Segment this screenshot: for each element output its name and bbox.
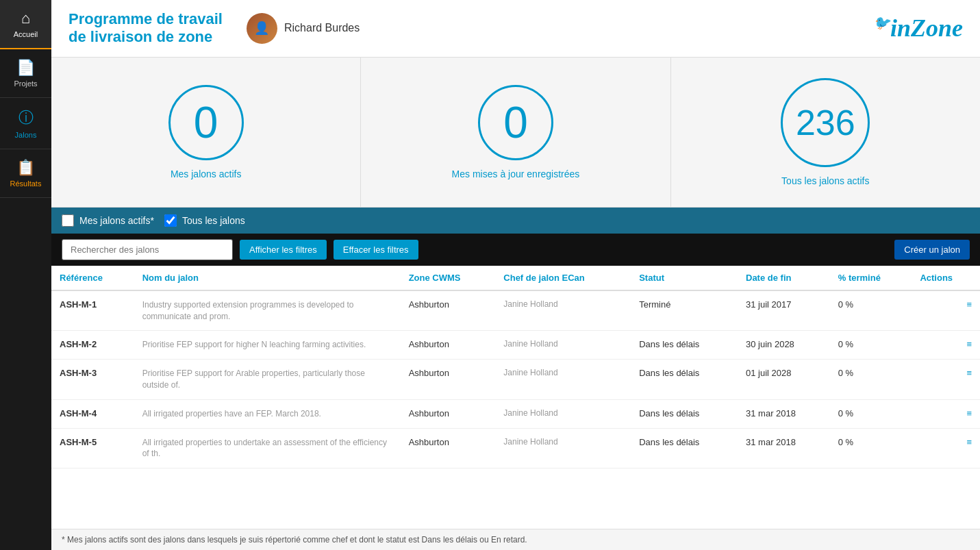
search-row: Afficher les filtres Effacer les filtres… [51,234,980,266]
sidebar-label-accueil: Accueil [14,30,38,38]
cell-zone-1: Ashburton [401,331,496,360]
table-row: ASH-M-4 All irrigated properties have an… [51,399,980,428]
actions-icon-4[interactable]: ≡ [966,437,972,447]
cell-chef-3: Janine Holland [495,399,631,428]
sidebar-item-resultats[interactable]: 📋 Résultats [0,149,51,198]
user-name: Richard Burdes [284,22,360,34]
cell-zone-0: Ashburton [401,290,496,331]
cell-zone-2: Ashburton [401,360,496,400]
cell-date-4: 31 mar 2018 [738,428,830,468]
jalons-table: Référence Nom du jalon Zone CWMS Chef de… [51,266,980,468]
cell-chef-0: Janine Holland [495,290,631,331]
col-nom: Nom du jalon [134,266,401,290]
checkbox-tous-jalons[interactable]: Tous les jalons [164,214,245,227]
cell-actions-3[interactable]: ≡ [912,399,980,428]
sidebar-item-jalons[interactable]: ⓘ Jalons [0,98,51,149]
avatar-image: 👤 [247,13,277,44]
cell-reference-1: ASH-M-2 [51,331,134,360]
sidebar: ⌂ Accueil 📄 Projets ⓘ Jalons 📋 Résultats [0,0,51,550]
stat-number-updates: 0 [478,85,553,160]
cell-chef-1: Janine Holland [495,331,631,360]
cell-pct-3: 0 % [830,399,912,428]
creer-jalon-button[interactable]: Créer un jalon [894,240,970,260]
cell-nom-4: All irrigated properties to undertake an… [134,428,401,468]
actions-icon-1[interactable]: ≡ [966,339,972,349]
cell-nom-1: Prioritise FEP support for higher N leac… [134,331,401,360]
checkbox-mes-jalons[interactable]: Mes jalons actifs* [62,214,154,227]
cell-date-2: 01 juil 2028 [738,360,830,400]
actions-icon-0[interactable]: ≡ [966,299,972,310]
checkbox-tous-jalons-label: Tous les jalons [182,215,245,226]
header: Programme de travail de livraison de zon… [51,0,980,58]
col-reference: Référence [51,266,134,290]
table-section: Mes jalons actifs* Tous les jalons Affic… [51,208,980,550]
title-line1: Programme de travail [68,10,223,27]
cell-reference-2: ASH-M-3 [51,360,134,400]
stat-card-updates: 0 Mes mises à jour enregistrées [361,58,670,207]
user-info: 👤 Richard Burdes [247,13,360,44]
projets-icon: 📄 [16,59,35,77]
stat-card-active: 0 Mes jalons actifs [51,58,361,207]
cell-pct-2: 0 % [830,360,912,400]
sidebar-item-projets[interactable]: 📄 Projets [0,49,51,98]
cell-date-3: 31 mar 2018 [738,399,830,428]
col-actions: Actions [912,266,980,290]
stat-label-active: Mes jalons actifs [171,168,241,179]
cell-statut-3: Dans les délais [631,399,738,428]
cell-statut-4: Dans les délais [631,428,738,468]
cell-zone-4: Ashburton [401,428,496,468]
col-statut: Statut [631,266,738,290]
jalons-icon: ⓘ [18,108,34,128]
cell-actions-0[interactable]: ≡ [912,290,980,331]
col-chef: Chef de jalon ECan [495,266,631,290]
actions-icon-3[interactable]: ≡ [966,408,972,418]
page-title: Programme de travail de livraison de zon… [68,10,223,47]
cell-reference-4: ASH-M-5 [51,428,134,468]
cell-actions-2[interactable]: ≡ [912,360,980,400]
table-row: ASH-M-5 All irrigated properties to unde… [51,428,980,468]
col-pct: % terminé [830,266,912,290]
home-icon: ⌂ [21,10,30,27]
logo-text: 🐦inZone [873,14,963,42]
cell-reference-0: ASH-M-1 [51,290,134,331]
cell-chef-2: Janine Holland [495,360,631,400]
cell-nom-2: Prioritise FEP support for Arable proper… [134,360,401,400]
cell-statut-0: Terminé [631,290,738,331]
cell-nom-3: All irrigated properties have an FEP. Ma… [134,399,401,428]
table-container: Référence Nom du jalon Zone CWMS Chef de… [51,266,980,529]
sidebar-item-accueil[interactable]: ⌂ Accueil [0,0,51,49]
header-left: Programme de travail de livraison de zon… [68,10,360,47]
cell-pct-0: 0 % [830,290,912,331]
cell-actions-4[interactable]: ≡ [912,428,980,468]
effacer-filtres-button[interactable]: Effacer les filtres [334,240,418,260]
table-header: Référence Nom du jalon Zone CWMS Chef de… [51,266,980,290]
resultats-icon: 📋 [16,159,35,177]
main-content: Programme de travail de livraison de zon… [51,0,980,550]
cell-chef-4: Janine Holland [495,428,631,468]
cell-zone-3: Ashburton [401,399,496,428]
stats-row: 0 Mes jalons actifs 0 Mes mises à jour e… [51,58,980,208]
cell-pct-1: 0 % [830,331,912,360]
actions-icon-2[interactable]: ≡ [966,368,972,378]
title-line2: de livraison de zone [68,28,212,45]
table-row: ASH-M-2 Prioritise FEP support for highe… [51,331,980,360]
sidebar-label-jalons: Jalons [15,131,37,139]
afficher-filtres-button[interactable]: Afficher les filtres [240,240,327,260]
cell-actions-1[interactable]: ≡ [912,331,980,360]
cell-nom-0: Industry supported extension programmes … [134,290,401,331]
table-row: ASH-M-1 Industry supported extension pro… [51,290,980,331]
checkbox-mes-jalons-input[interactable] [62,214,74,227]
cell-statut-2: Dans les délais [631,360,738,400]
table-toolbar: Mes jalons actifs* Tous les jalons [51,208,980,234]
cell-reference-3: ASH-M-4 [51,399,134,428]
sidebar-label-resultats: Résultats [10,179,42,188]
stat-number-active: 0 [168,85,244,160]
footer-note-text: * Mes jalons actifs sont des jalons dans… [62,535,527,545]
col-date: Date de fin [738,266,830,290]
sidebar-label-projets: Projets [14,79,37,88]
checkbox-tous-jalons-input[interactable] [164,214,177,227]
search-input[interactable] [62,239,233,260]
cell-date-0: 31 juil 2017 [738,290,830,331]
stat-label-updates: Mes mises à jour enregistrées [452,168,580,179]
avatar: 👤 [247,13,277,44]
